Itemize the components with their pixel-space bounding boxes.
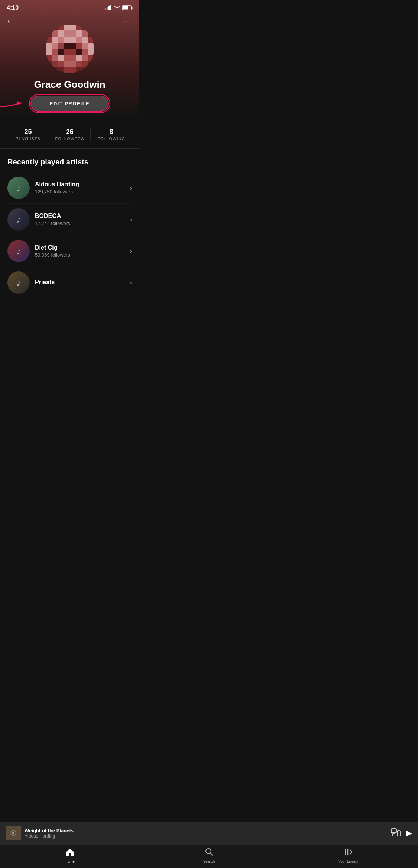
artist-avatar-priests: ♪ [7,271,30,294]
chevron-right-icon: › [130,184,132,192]
artist-name: Aldous Harding [35,181,130,188]
svg-rect-0 [105,8,106,10]
svg-marker-7 [17,101,21,105]
artist-list: ♪ Aldous Harding 129,750 followers › ♪ B… [0,172,139,298]
stats-row: 25 PLAYLISTS 26 FOLLOWERS 8 FOLLOWING [0,119,139,149]
list-item[interactable]: ♪ Priests › [7,267,132,298]
stat-following[interactable]: 8 FOLLOWING [90,128,132,141]
stat-playlists[interactable]: 25 PLAYLISTS [7,128,49,141]
artist-info-aldous: Aldous Harding 129,750 followers [35,181,130,195]
artist-avatar-aldous: ♪ [7,177,30,199]
status-bar: 4:10 [0,0,139,14]
list-item[interactable]: ♪ BODEGA 17,744 followers › [7,204,132,235]
chevron-right-icon: › [130,247,132,255]
artist-avatar-dietcig: ♪ [7,240,30,262]
edit-profile-box: EDIT PROFILE [30,96,109,112]
back-button[interactable]: ‹ [7,16,10,26]
svg-rect-2 [108,6,110,10]
list-item[interactable]: ♪ Diet Cig 59,069 followers › [7,235,132,267]
artist-info-priests: Priests [35,279,130,287]
status-icons [105,5,133,10]
battery-icon [122,5,133,10]
artist-name: BODEGA [35,213,130,219]
edit-profile-button[interactable]: EDIT PROFILE [30,96,109,112]
playlists-label: PLAYLISTS [7,136,49,141]
profile-avatar [46,25,94,73]
followers-count: 26 [49,128,90,136]
stat-followers[interactable]: 26 FOLLOWERS [49,128,90,141]
artist-info-dietcig: Diet Cig 59,069 followers [35,244,130,258]
annotation-arrow [0,96,27,112]
following-label: FOLLOWING [91,136,132,141]
signal-icon [105,5,112,10]
following-count: 8 [91,128,132,136]
more-options-button[interactable]: ··· [123,16,132,26]
artist-followers: 59,069 followers [35,252,130,258]
profile-name: Grace Goodwin [34,79,105,90]
status-time: 4:10 [7,4,19,11]
wifi-icon [114,5,120,10]
chevron-right-icon: › [130,216,132,224]
followers-label: FOLLOWERS [49,136,90,141]
recently-played-section: Recently played artists ♪ Aldous Harding… [0,149,139,298]
artist-avatar-bodega: ♪ [7,208,30,231]
svg-rect-6 [132,7,133,9]
artist-name: Priests [35,279,130,286]
artist-followers: 129,750 followers [35,189,130,195]
artist-info-bodega: BODEGA 17,744 followers [35,213,130,226]
chevron-right-icon: › [130,279,132,287]
artist-followers: 17,744 followers [35,221,130,226]
list-item[interactable]: ♪ Aldous Harding 129,750 followers › [7,172,132,204]
profile-hero: 4:10 [0,0,139,119]
svg-rect-1 [107,7,108,10]
playlists-count: 25 [7,128,49,136]
recently-played-title: Recently played artists [0,149,139,172]
artist-name: Diet Cig [35,244,130,251]
svg-rect-3 [110,5,111,10]
svg-rect-5 [123,6,128,10]
